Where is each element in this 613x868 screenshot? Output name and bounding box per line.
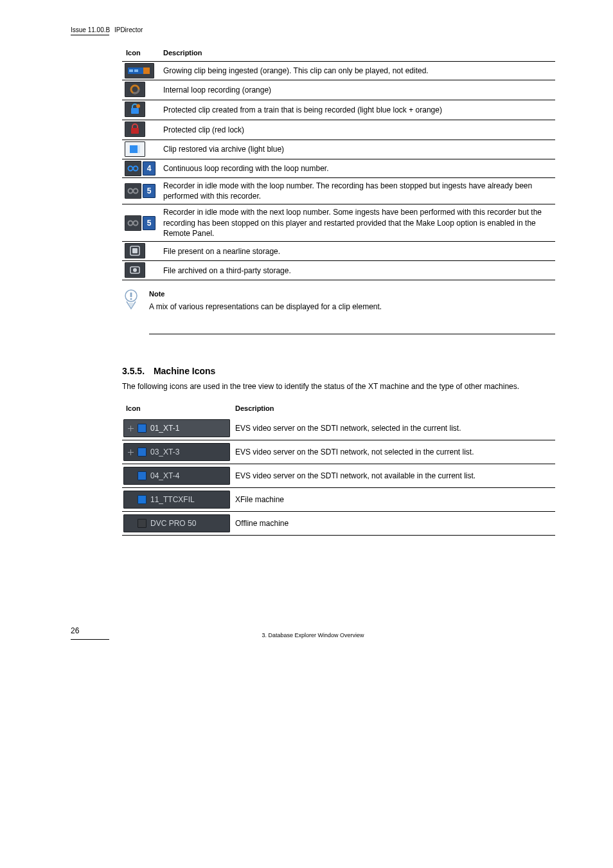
issue-label: Issue 11.00.B: [71, 26, 110, 33]
svg-rect-1: [143, 68, 150, 74]
machine-chip-evs-selected: 01_XT-1: [123, 419, 230, 437]
loop-number-icon: 4: [125, 161, 155, 176]
nearline-file-icon: [125, 243, 145, 258]
table-row: 4 Continuous loop recording with the loo…: [122, 159, 555, 178]
svg-point-14: [134, 189, 138, 194]
machine-chip-evs: 03_XT-3: [123, 443, 230, 461]
machine-label: DVC PRO 50: [150, 518, 196, 529]
row-desc: EVS video server on the SDTI network, no…: [231, 440, 555, 464]
svg-point-7: [136, 104, 140, 108]
status-led-icon: [138, 495, 147, 504]
row-desc: Internal loop recording (orange): [159, 80, 555, 100]
col-icon-header: Icon: [122, 401, 231, 417]
protected-clip-icon: [125, 122, 145, 137]
footer-section: 3. Database Explorer Window Overview: [109, 631, 517, 639]
note-block: Note A mix of various representations ca…: [122, 289, 555, 334]
col-icon-header: Icon: [122, 46, 159, 62]
table-row: File present on a nearline storage.: [122, 242, 555, 261]
expand-icon: [128, 426, 134, 431]
svg-point-11: [129, 167, 133, 171]
machine-label: 11_TTCXFIL: [150, 494, 195, 505]
row-desc: Recorder in idle mode with the next loop…: [159, 204, 555, 242]
row-desc: EVS video server on the SDTI network, no…: [231, 464, 555, 488]
icon-description-table: Icon Description Growing clip being inge…: [122, 46, 555, 281]
machine-chip-offline: DVC PRO 50: [123, 514, 230, 532]
table-row: Protected clip (red lock): [122, 120, 555, 140]
machine-label: 04_XT-4: [150, 471, 179, 481]
table-row: Protected clip created from a train that…: [122, 100, 555, 120]
svg-rect-2: [129, 69, 133, 72]
col-desc-header: Description: [159, 46, 555, 62]
table-row: Internal loop recording (orange): [122, 80, 555, 100]
status-led-icon: [138, 424, 147, 433]
row-desc: File archived on a third-party storage.: [159, 261, 555, 280]
col-desc-header: Description: [231, 401, 555, 417]
table-row: 5 Recorder in idle mode with the next lo…: [122, 204, 555, 242]
page-number: 26: [71, 626, 109, 636]
row-desc: Growing clip being ingested (orange). Th…: [159, 62, 555, 80]
product-label: IPDirector: [114, 26, 143, 33]
machine-chip-evs-unavailable: 04_XT-4: [123, 467, 230, 485]
table-row: 03_XT-3 EVS video server on the SDTI net…: [122, 440, 555, 464]
status-led-icon: [138, 448, 147, 457]
table-row: 01_XT-1 EVS video server on the SDTI net…: [122, 417, 555, 440]
row-desc: XFile machine: [231, 488, 555, 512]
row-desc: Clip restored via archive (light blue): [159, 140, 555, 159]
svg-rect-10: [138, 145, 140, 153]
svg-point-12: [134, 167, 138, 171]
section-heading: 3.5.5. Machine Icons: [122, 365, 555, 377]
protected-recording-icon: [125, 102, 145, 117]
note-heading: Note: [149, 289, 555, 299]
growing-clip-icon: [125, 63, 154, 78]
svg-rect-22: [130, 293, 132, 297]
status-led-icon: [138, 471, 147, 480]
svg-point-23: [130, 298, 132, 300]
machine-label: 03_XT-3: [150, 447, 179, 457]
svg-rect-8: [131, 128, 139, 134]
svg-point-20: [133, 268, 137, 272]
loop-recording-icon: [125, 82, 145, 97]
row-desc: File present on a nearline storage.: [159, 242, 555, 261]
note-icon: [122, 289, 140, 310]
table-row: 5 Recorder in idle mode with the loop nu…: [122, 178, 555, 204]
machine-icons-table: Icon Description 01_XT-1 EVS video serve…: [122, 401, 555, 536]
table-row: 11_TTCXFIL XFile machine: [122, 488, 555, 512]
svg-point-13: [129, 189, 133, 194]
footer-rule: [71, 639, 109, 640]
status-led-icon: [138, 519, 147, 528]
machine-chip-xfile: 11_TTCXFIL: [123, 491, 230, 509]
table-row: DVC PRO 50 Offline machine: [122, 512, 555, 536]
row-desc: Continuous loop recording with the loop …: [159, 159, 555, 178]
idle-loop-icon: 5: [125, 183, 155, 199]
running-head: Issue 11.00.B IPDirector: [71, 26, 555, 35]
svg-rect-6: [131, 108, 139, 114]
svg-rect-3: [134, 69, 138, 72]
row-desc: Recorder in idle mode with the loop numb…: [159, 178, 555, 204]
row-desc: EVS video server on the SDTI network, se…: [231, 417, 555, 440]
svg-rect-18: [132, 248, 138, 253]
archived-file-icon: [125, 262, 145, 278]
expand-icon: [128, 449, 134, 455]
row-desc: Offline machine: [231, 512, 555, 536]
page-footer: 26 3. Database Explorer Window Overview: [71, 626, 555, 639]
header-rule: [71, 35, 109, 35]
section-title: Machine Icons: [154, 366, 215, 376]
row-desc: Protected clip (red lock): [159, 120, 555, 140]
section-intro: The following icons are used in the tree…: [122, 381, 555, 392]
table-row: File archived on a third-party storage.: [122, 261, 555, 280]
table-row: Clip restored via archive (light blue): [122, 140, 555, 159]
svg-point-15: [129, 221, 133, 225]
table-row: Growing clip being ingested (orange). Th…: [122, 62, 555, 80]
row-desc: Protected clip created from a train that…: [159, 100, 555, 120]
section-number: 3.5.5.: [122, 366, 145, 376]
restored-clip-icon: [125, 141, 145, 157]
table-row: 04_XT-4 EVS video server on the SDTI net…: [122, 464, 555, 488]
svg-point-16: [134, 221, 138, 225]
machine-label: 01_XT-1: [150, 423, 179, 433]
note-text: A mix of various representations can be …: [149, 302, 555, 312]
idle-next-loop-icon: 5: [125, 215, 155, 231]
